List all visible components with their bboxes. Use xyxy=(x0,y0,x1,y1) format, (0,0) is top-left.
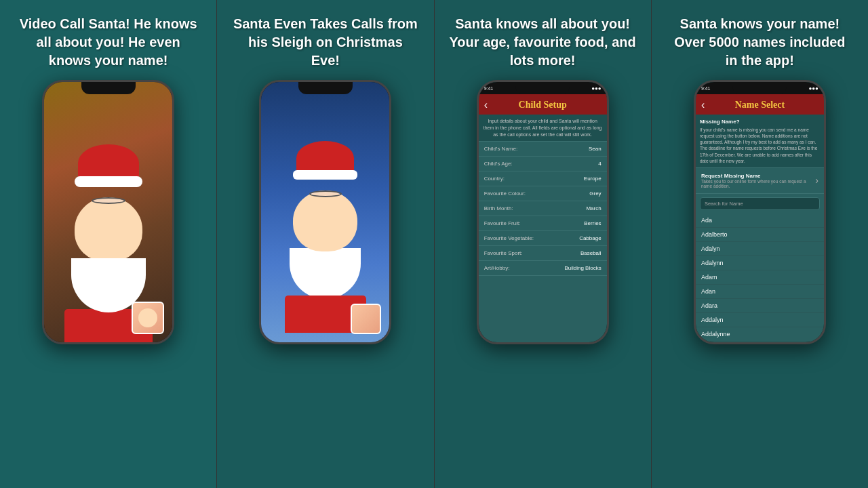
request-missing-sublabel: Takes you to our online form where you c… xyxy=(701,179,815,188)
panel-sleigh-call: Santa Even Takes Calls from his Sleigh o… xyxy=(216,0,433,488)
form-label-hobby: Art/Hobby: xyxy=(484,265,510,271)
santa-face-2 xyxy=(293,190,357,251)
missing-name-box: Missing Name? If your child's name is mi… xyxy=(696,115,824,168)
form-row-hobby[interactable]: Art/Hobby: Building Blocks xyxy=(479,261,607,276)
phone-notch-2 xyxy=(298,82,353,94)
form-row-vegetable[interactable]: Favourite Vegetable: Cabbage xyxy=(479,231,607,246)
form-label-age: Child's Age: xyxy=(484,161,513,167)
name-item-ada[interactable]: Ada xyxy=(696,214,824,228)
child-setup-header: ‹ Child Setup xyxy=(479,94,607,115)
form-row-age[interactable]: Child's Age: 4 xyxy=(479,157,607,171)
santa-face-1 xyxy=(75,197,142,262)
chevron-right-icon: › xyxy=(815,175,818,186)
missing-name-title: Missing Name? xyxy=(700,118,820,125)
phone-screen-2 xyxy=(261,82,389,342)
panel-3-text: Santa knows all about you! Your age, fav… xyxy=(435,0,651,77)
phone-screen-4: 9:41 ●●● ‹ Name Select Missing Name? If … xyxy=(696,82,824,342)
child-setup-description: Input details about your child and Santa… xyxy=(479,115,607,142)
name-item-adam[interactable]: Adam xyxy=(696,270,824,285)
child-setup-title: Child Setup xyxy=(519,100,567,110)
panel-2-text: Santa Even Takes Calls from his Sleigh o… xyxy=(217,0,433,77)
santa-figure-2 xyxy=(273,141,378,283)
form-label-colour: Favourite Colour: xyxy=(484,190,526,197)
phone-screen-1 xyxy=(44,82,172,342)
name-item-adalynn[interactable]: Adalynn xyxy=(696,256,824,270)
form-label-sport: Favourite Sport: xyxy=(484,250,523,256)
back-arrow-4[interactable]: ‹ xyxy=(701,99,705,111)
form-value-vegetable: Cabbage xyxy=(579,235,601,241)
name-select-header: ‹ Name Select xyxy=(696,94,824,115)
panel-4-text: Santa knows your name! Over 5000 names i… xyxy=(652,0,868,77)
santa-figure-1 xyxy=(54,144,163,280)
name-list: Ada Adalberto Adalyn Adalynn Adam Adan A… xyxy=(696,214,824,342)
name-item-adan[interactable]: Adan xyxy=(696,285,824,299)
form-label-country: Country: xyxy=(484,176,505,182)
name-item-addalynne[interactable]: Addalynne xyxy=(696,327,824,342)
phone-frame-2 xyxy=(259,80,391,344)
form-label-fruit: Favourite Fruit: xyxy=(484,220,521,226)
request-missing-row[interactable]: Request Missing Name Takes you to our on… xyxy=(696,168,824,194)
status-icons-4: ●●● xyxy=(808,85,818,92)
form-value-age: 4 xyxy=(598,161,601,167)
panel-name-select: Santa knows your name! Over 5000 names i… xyxy=(651,0,868,488)
phone-frame-1 xyxy=(42,80,174,344)
form-row-name[interactable]: Child's Name: Sean xyxy=(479,142,607,157)
form-value-birth-month: March xyxy=(586,205,601,211)
phone-notch-1 xyxy=(81,82,136,94)
name-select-title: Name Select xyxy=(735,100,785,110)
request-missing-label: Request Missing Name xyxy=(701,173,815,179)
back-arrow-3[interactable]: ‹ xyxy=(484,99,488,111)
form-label-birth-month: Birth Month: xyxy=(484,205,513,211)
santa-beard-2 xyxy=(290,248,361,299)
form-value-colour: Grey xyxy=(589,190,601,197)
child-thumbnail-2 xyxy=(351,304,381,334)
child-face-sm-1 xyxy=(138,308,157,327)
search-placeholder: Search for Name xyxy=(705,201,743,207)
form-row-birth-month[interactable]: Birth Month: March xyxy=(479,201,607,216)
missing-name-text: If your child's name is missing you can … xyxy=(700,127,820,164)
form-row-fruit[interactable]: Favourite Fruit: Berries xyxy=(479,216,607,231)
phone-screen-3: 9:41 ●●● ‹ Child Setup Input details abo… xyxy=(479,82,607,342)
panel-child-setup: Santa knows all about you! Your age, fav… xyxy=(434,0,651,488)
santa-sky-bg-2 xyxy=(261,82,389,342)
form-value-sport: Baseball xyxy=(580,250,601,256)
form-label-vegetable: Favourite Vegetable: xyxy=(484,235,534,241)
name-search-input[interactable]: Search for Name xyxy=(700,197,820,210)
phone-notch-3 xyxy=(515,82,570,94)
name-select-screen: 9:41 ●●● ‹ Name Select Missing Name? If … xyxy=(696,82,824,342)
santa-hat-2 xyxy=(296,141,354,175)
form-row-sport[interactable]: Favourite Sport: Baseball xyxy=(479,246,607,261)
status-time-3: 9:41 xyxy=(484,86,494,91)
form-value-fruit: Berries xyxy=(584,220,601,226)
name-item-adara[interactable]: Adara xyxy=(696,299,824,313)
form-label-name: Child's Name: xyxy=(484,146,518,152)
form-value-country: Europe xyxy=(584,176,601,182)
status-time-4: 9:41 xyxy=(701,86,711,91)
child-setup-screen: 9:41 ●●● ‹ Child Setup Input details abo… xyxy=(479,82,607,342)
form-value-name: Sean xyxy=(589,146,601,152)
child-setup-form: Child's Name: Sean Child's Age: 4 Countr… xyxy=(479,142,607,342)
santa-video-bg-1 xyxy=(44,82,172,342)
form-row-country[interactable]: Country: Europe xyxy=(479,171,607,186)
name-item-adalberto[interactable]: Adalberto xyxy=(696,228,824,242)
status-icons-3: ●●● xyxy=(591,85,601,92)
request-missing-content: Request Missing Name Takes you to our on… xyxy=(701,173,815,188)
santa-hat-1 xyxy=(78,144,139,182)
phone-frame-3: 9:41 ●●● ‹ Child Setup Input details abo… xyxy=(477,80,609,344)
child-thumbnail-1 xyxy=(132,302,164,334)
panel-1-text: Video Call Santa! He knows all about you… xyxy=(0,0,216,77)
phone-notch-4 xyxy=(732,82,787,94)
phone-frame-4: 9:41 ●●● ‹ Name Select Missing Name? If … xyxy=(694,80,826,344)
form-value-hobby: Building Blocks xyxy=(564,265,601,271)
panel-video-call: Video Call Santa! He knows all about you… xyxy=(0,0,216,488)
form-row-colour[interactable]: Favourite Colour: Grey xyxy=(479,186,607,201)
name-item-addalyn[interactable]: Addalyn xyxy=(696,313,824,327)
name-item-adalyn[interactable]: Adalyn xyxy=(696,242,824,256)
